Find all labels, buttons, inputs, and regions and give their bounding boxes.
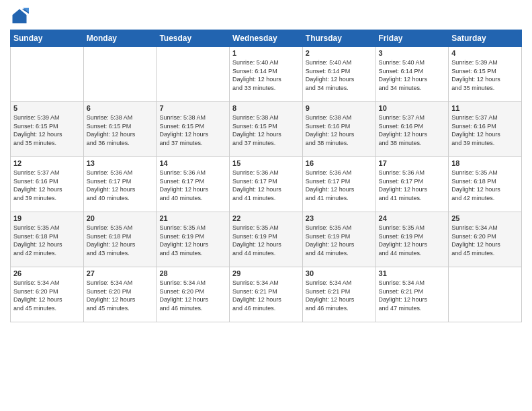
weekday-header-row: SundayMondayTuesdayWednesdayThursdayFrid… <box>11 30 522 47</box>
day-number: 28 <box>159 269 226 277</box>
day-info: Sunrise: 5:35 AM Sunset: 6:19 PM Dayligh… <box>379 224 446 257</box>
calendar-cell: 31Sunrise: 5:34 AM Sunset: 6:21 PM Dayli… <box>375 267 449 322</box>
calendar-week-row: 12Sunrise: 5:37 AM Sunset: 6:16 PM Dayli… <box>11 157 522 212</box>
day-number: 16 <box>306 159 373 167</box>
day-info: Sunrise: 5:35 AM Sunset: 6:19 PM Dayligh… <box>159 224 226 257</box>
day-number: 26 <box>13 269 81 277</box>
calendar-week-row: 26Sunrise: 5:34 AM Sunset: 6:20 PM Dayli… <box>11 267 522 322</box>
day-info: Sunrise: 5:40 AM Sunset: 6:14 PM Dayligh… <box>306 58 373 92</box>
calendar-cell: 21Sunrise: 5:35 AM Sunset: 6:19 PM Dayli… <box>157 212 230 267</box>
calendar-cell: 2Sunrise: 5:40 AM Sunset: 6:14 PM Daylig… <box>302 47 375 102</box>
day-info: Sunrise: 5:38 AM Sunset: 6:16 PM Dayligh… <box>306 113 373 147</box>
day-number: 11 <box>451 104 519 112</box>
calendar-cell: 3Sunrise: 5:40 AM Sunset: 6:14 PM Daylig… <box>375 47 449 102</box>
day-number: 5 <box>13 104 81 112</box>
calendar-cell: 27Sunrise: 5:34 AM Sunset: 6:20 PM Dayli… <box>83 267 157 322</box>
calendar-cell: 6Sunrise: 5:38 AM Sunset: 6:15 PM Daylig… <box>83 102 157 157</box>
calendar-cell: 14Sunrise: 5:36 AM Sunset: 6:17 PM Dayli… <box>157 157 230 212</box>
calendar-cell: 28Sunrise: 5:34 AM Sunset: 6:20 PM Dayli… <box>157 267 230 322</box>
day-number: 10 <box>379 104 446 112</box>
calendar-cell: 22Sunrise: 5:35 AM Sunset: 6:19 PM Dayli… <box>230 212 303 267</box>
weekday-header: Monday <box>83 30 157 47</box>
day-info: Sunrise: 5:38 AM Sunset: 6:15 PM Dayligh… <box>159 113 226 147</box>
day-info: Sunrise: 5:38 AM Sunset: 6:15 PM Dayligh… <box>87 113 154 147</box>
day-number: 18 <box>451 159 519 167</box>
day-number: 21 <box>159 214 226 222</box>
day-number: 25 <box>451 214 519 222</box>
day-info: Sunrise: 5:34 AM Sunset: 6:21 PM Dayligh… <box>306 279 373 312</box>
day-number: 14 <box>159 159 226 167</box>
calendar-cell: 9Sunrise: 5:38 AM Sunset: 6:16 PM Daylig… <box>302 102 375 157</box>
calendar-cell: 18Sunrise: 5:35 AM Sunset: 6:18 PM Dayli… <box>449 157 522 212</box>
weekday-header: Friday <box>375 30 449 47</box>
day-number: 6 <box>87 104 154 112</box>
calendar-cell: 24Sunrise: 5:35 AM Sunset: 6:19 PM Dayli… <box>375 212 449 267</box>
calendar-cell: 13Sunrise: 5:36 AM Sunset: 6:17 PM Dayli… <box>83 157 157 212</box>
weekday-header: Tuesday <box>157 30 230 47</box>
day-info: Sunrise: 5:36 AM Sunset: 6:17 PM Dayligh… <box>379 169 446 202</box>
calendar-cell <box>157 47 230 102</box>
weekday-header: Wednesday <box>230 30 303 47</box>
calendar-cell: 29Sunrise: 5:34 AM Sunset: 6:21 PM Dayli… <box>230 267 303 322</box>
day-info: Sunrise: 5:39 AM Sunset: 6:15 PM Dayligh… <box>451 58 519 92</box>
day-info: Sunrise: 5:35 AM Sunset: 6:19 PM Dayligh… <box>232 224 300 257</box>
day-info: Sunrise: 5:34 AM Sunset: 6:20 PM Dayligh… <box>159 279 226 312</box>
day-number: 12 <box>13 159 81 167</box>
calendar-cell: 7Sunrise: 5:38 AM Sunset: 6:15 PM Daylig… <box>157 102 230 157</box>
day-number: 13 <box>87 159 154 167</box>
header <box>10 7 522 26</box>
calendar-week-row: 5Sunrise: 5:39 AM Sunset: 6:15 PM Daylig… <box>11 102 522 157</box>
calendar-cell: 8Sunrise: 5:38 AM Sunset: 6:15 PM Daylig… <box>230 102 303 157</box>
calendar-cell: 12Sunrise: 5:37 AM Sunset: 6:16 PM Dayli… <box>11 157 84 212</box>
day-number: 22 <box>232 214 300 222</box>
day-info: Sunrise: 5:36 AM Sunset: 6:17 PM Dayligh… <box>87 169 154 202</box>
calendar-cell: 11Sunrise: 5:37 AM Sunset: 6:16 PM Dayli… <box>449 102 522 157</box>
day-info: Sunrise: 5:35 AM Sunset: 6:18 PM Dayligh… <box>13 224 81 257</box>
day-info: Sunrise: 5:38 AM Sunset: 6:15 PM Dayligh… <box>232 113 300 147</box>
day-info: Sunrise: 5:36 AM Sunset: 6:17 PM Dayligh… <box>232 169 300 202</box>
calendar-cell <box>11 47 84 102</box>
calendar-table: SundayMondayTuesdayWednesdayThursdayFrid… <box>10 30 522 322</box>
calendar-cell <box>83 47 157 102</box>
generalblue-logo-icon <box>10 7 29 26</box>
calendar-cell: 10Sunrise: 5:37 AM Sunset: 6:16 PM Dayli… <box>375 102 449 157</box>
calendar-cell: 5Sunrise: 5:39 AM Sunset: 6:15 PM Daylig… <box>11 102 84 157</box>
calendar-body: 1Sunrise: 5:40 AM Sunset: 6:14 PM Daylig… <box>11 47 522 322</box>
day-info: Sunrise: 5:37 AM Sunset: 6:16 PM Dayligh… <box>451 113 519 147</box>
calendar-cell: 23Sunrise: 5:35 AM Sunset: 6:19 PM Dayli… <box>302 212 375 267</box>
svg-marker-0 <box>13 9 27 24</box>
day-number: 9 <box>306 104 373 112</box>
calendar-cell: 19Sunrise: 5:35 AM Sunset: 6:18 PM Dayli… <box>11 212 84 267</box>
day-number: 1 <box>232 49 300 57</box>
calendar-cell: 1Sunrise: 5:40 AM Sunset: 6:14 PM Daylig… <box>230 47 303 102</box>
page: SundayMondayTuesdayWednesdayThursdayFrid… <box>0 0 532 411</box>
day-info: Sunrise: 5:34 AM Sunset: 6:20 PM Dayligh… <box>451 224 519 257</box>
day-number: 30 <box>306 269 373 277</box>
calendar-cell: 15Sunrise: 5:36 AM Sunset: 6:17 PM Dayli… <box>230 157 303 212</box>
day-info: Sunrise: 5:39 AM Sunset: 6:15 PM Dayligh… <box>13 113 81 147</box>
day-number: 20 <box>87 214 154 222</box>
weekday-header: Saturday <box>449 30 522 47</box>
day-info: Sunrise: 5:37 AM Sunset: 6:16 PM Dayligh… <box>379 113 446 147</box>
day-info: Sunrise: 5:34 AM Sunset: 6:21 PM Dayligh… <box>232 279 300 312</box>
weekday-header: Thursday <box>302 30 375 47</box>
calendar-week-row: 19Sunrise: 5:35 AM Sunset: 6:18 PM Dayli… <box>11 212 522 267</box>
day-info: Sunrise: 5:34 AM Sunset: 6:20 PM Dayligh… <box>13 279 81 312</box>
day-number: 7 <box>159 104 226 112</box>
day-number: 2 <box>306 49 373 57</box>
day-number: 27 <box>87 269 154 277</box>
day-info: Sunrise: 5:36 AM Sunset: 6:17 PM Dayligh… <box>306 169 373 202</box>
day-number: 19 <box>13 214 81 222</box>
day-info: Sunrise: 5:36 AM Sunset: 6:17 PM Dayligh… <box>159 169 226 202</box>
day-number: 15 <box>232 159 300 167</box>
day-info: Sunrise: 5:35 AM Sunset: 6:19 PM Dayligh… <box>306 224 373 257</box>
calendar-cell <box>449 267 522 322</box>
calendar-cell: 25Sunrise: 5:34 AM Sunset: 6:20 PM Dayli… <box>449 212 522 267</box>
calendar-cell: 4Sunrise: 5:39 AM Sunset: 6:15 PM Daylig… <box>449 47 522 102</box>
day-number: 23 <box>306 214 373 222</box>
day-number: 29 <box>232 269 300 277</box>
calendar-week-row: 1Sunrise: 5:40 AM Sunset: 6:14 PM Daylig… <box>11 47 522 102</box>
calendar-cell: 16Sunrise: 5:36 AM Sunset: 6:17 PM Dayli… <box>302 157 375 212</box>
calendar-cell: 26Sunrise: 5:34 AM Sunset: 6:20 PM Dayli… <box>11 267 84 322</box>
calendar-cell: 17Sunrise: 5:36 AM Sunset: 6:17 PM Dayli… <box>375 157 449 212</box>
